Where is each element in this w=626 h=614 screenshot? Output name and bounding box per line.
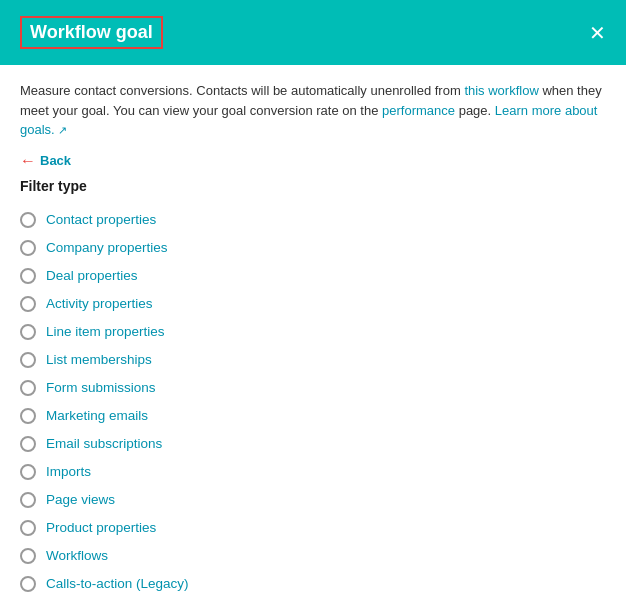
description-text: Measure contact conversions. Contacts wi… — [0, 65, 626, 148]
radio-deal-properties[interactable] — [20, 268, 36, 284]
workflow-goal-modal: Workflow goal ✕ Measure contact conversi… — [0, 0, 626, 614]
radio-company-properties[interactable] — [20, 240, 36, 256]
modal-title: Workflow goal — [20, 16, 163, 49]
filter-item-contact-properties[interactable]: Contact properties — [0, 206, 626, 234]
filter-label-deal-properties: Deal properties — [46, 268, 138, 283]
radio-product-properties[interactable] — [20, 520, 36, 536]
filter-label-calls-to-action: Calls-to-action (Legacy) — [46, 576, 189, 591]
filter-label-activity-properties: Activity properties — [46, 296, 153, 311]
radio-imports[interactable] — [20, 464, 36, 480]
filter-item-product-properties[interactable]: Product properties — [0, 514, 626, 542]
filter-label-form-submissions: Form submissions — [46, 380, 156, 395]
filter-label-imports: Imports — [46, 464, 91, 479]
description-text-after-link2: page. — [455, 103, 495, 118]
filter-item-list-memberships[interactable]: List memberships — [0, 346, 626, 374]
radio-list-memberships[interactable] — [20, 352, 36, 368]
filter-label-line-item-properties: Line item properties — [46, 324, 165, 339]
back-arrow-icon: ← — [20, 152, 36, 170]
filter-item-calls-to-action[interactable]: Calls-to-action (Legacy) — [0, 570, 626, 598]
modal-header: Workflow goal ✕ — [0, 0, 626, 65]
filter-item-line-item-properties[interactable]: Line item properties — [0, 318, 626, 346]
filter-label-workflows: Workflows — [46, 548, 108, 563]
radio-page-views[interactable] — [20, 492, 36, 508]
filter-item-workflows[interactable]: Workflows — [0, 542, 626, 570]
filter-label-marketing-emails: Marketing emails — [46, 408, 148, 423]
filter-item-email-subscriptions[interactable]: Email subscriptions — [0, 430, 626, 458]
radio-workflows[interactable] — [20, 548, 36, 564]
filter-item-imports[interactable]: Imports — [0, 458, 626, 486]
radio-line-item-properties[interactable] — [20, 324, 36, 340]
close-button[interactable]: ✕ — [589, 23, 606, 43]
back-section: ← Back — [0, 148, 626, 174]
filter-item-page-views[interactable]: Page views — [0, 486, 626, 514]
description-text-before-link1: Measure contact conversions. Contacts wi… — [20, 83, 464, 98]
back-link[interactable]: Back — [40, 153, 71, 168]
filter-label-contact-properties: Contact properties — [46, 212, 156, 227]
filter-type-heading: Filter type — [0, 174, 626, 202]
filter-label-page-views: Page views — [46, 492, 115, 507]
filter-item-activity-properties[interactable]: Activity properties — [0, 290, 626, 318]
radio-contact-properties[interactable] — [20, 212, 36, 228]
filter-label-email-subscriptions: Email subscriptions — [46, 436, 162, 451]
filter-item-deal-properties[interactable]: Deal properties — [0, 262, 626, 290]
radio-activity-properties[interactable] — [20, 296, 36, 312]
external-link-icon: ↗ — [58, 124, 67, 136]
radio-email-subscriptions[interactable] — [20, 436, 36, 452]
modal-body: Measure contact conversions. Contacts wi… — [0, 65, 626, 614]
this-workflow-link[interactable]: this workflow — [464, 83, 538, 98]
filter-item-company-properties[interactable]: Company properties — [0, 234, 626, 262]
radio-calls-to-action[interactable] — [20, 576, 36, 592]
filter-item-marketing-emails[interactable]: Marketing emails — [0, 402, 626, 430]
filter-label-company-properties: Company properties — [46, 240, 168, 255]
filter-list[interactable]: Contact propertiesCompany propertiesDeal… — [0, 202, 626, 615]
filter-label-list-memberships: List memberships — [46, 352, 152, 367]
filter-label-product-properties: Product properties — [46, 520, 156, 535]
filter-item-form-submissions[interactable]: Form submissions — [0, 374, 626, 402]
radio-marketing-emails[interactable] — [20, 408, 36, 424]
radio-form-submissions[interactable] — [20, 380, 36, 396]
performance-link[interactable]: performance — [382, 103, 455, 118]
